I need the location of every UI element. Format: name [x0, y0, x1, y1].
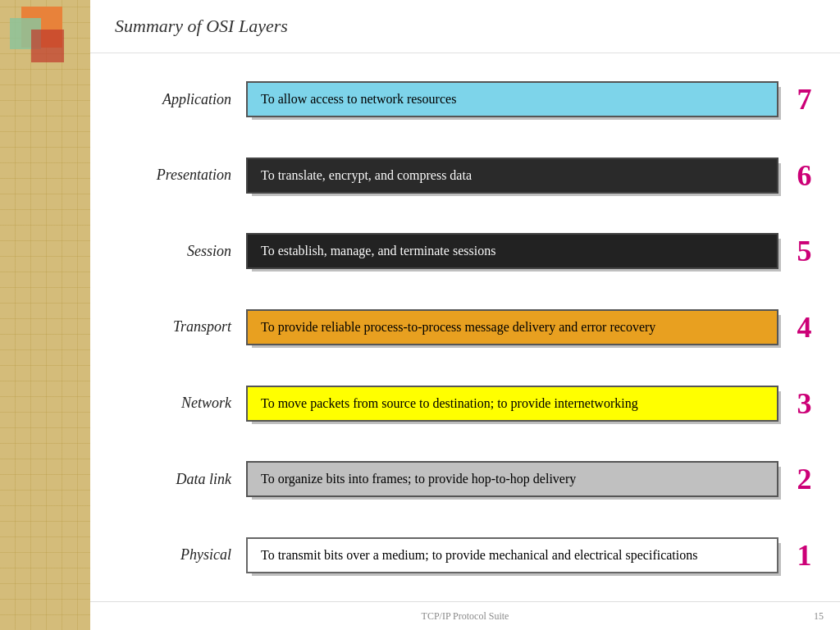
osi-row: Data linkTo organize bits into frames; t… — [107, 461, 824, 497]
layer-box-presentation: To translate, encrypt, and compress data — [246, 158, 778, 194]
osi-layers-content: ApplicationTo allow access to network re… — [90, 53, 840, 601]
layer-label-session: Session — [107, 243, 246, 260]
page-title: Summary of OSI Layers — [115, 16, 288, 37]
osi-row: PresentationTo translate, encrypt, and c… — [107, 158, 824, 194]
osi-row: ApplicationTo allow access to network re… — [107, 81, 824, 117]
layer-label-data-link: Data link — [107, 471, 246, 488]
layer-label-presentation: Presentation — [107, 167, 246, 184]
layer-box-transport: To provide reliable process-to-process m… — [246, 309, 778, 345]
layer-number-5: 5 — [778, 234, 824, 268]
layer-number-6: 6 — [778, 158, 824, 193]
osi-row: NetworkTo move packets from source to de… — [107, 386, 824, 422]
osi-row: TransportTo provide reliable process-to-… — [107, 309, 824, 345]
layer-box-data-link: To organize bits into frames; to provide… — [246, 461, 778, 497]
layer-number-3: 3 — [778, 386, 824, 421]
layer-number-7: 7 — [778, 82, 824, 116]
layer-number-2: 2 — [778, 462, 824, 496]
footer: TCP/IP Protocol Suite 15 — [90, 601, 840, 630]
layer-box-session: To establish, manage, and terminate sess… — [246, 233, 778, 269]
decorative-squares — [7, 7, 76, 76]
layer-label-network: Network — [107, 395, 246, 412]
title-bar: Summary of OSI Layers — [90, 0, 840, 53]
footer-page-number: 15 — [814, 610, 824, 623]
layer-box-physical: To transmit bits over a medium; to provi… — [246, 537, 778, 573]
layer-number-1: 1 — [778, 538, 824, 573]
layer-label-physical: Physical — [107, 546, 246, 564]
square-dark — [31, 30, 64, 62]
osi-row: PhysicalTo transmit bits over a medium; … — [107, 537, 824, 573]
layer-label-transport: Transport — [107, 318, 246, 336]
layer-label-application: Application — [107, 91, 246, 108]
osi-row: SessionTo establish, manage, and termina… — [107, 233, 824, 269]
layer-box-application: To allow access to network resources — [246, 81, 778, 117]
left-border — [0, 0, 90, 630]
footer-suite-label: TCP/IP Protocol Suite — [422, 610, 509, 623]
layer-number-4: 4 — [778, 310, 824, 345]
layer-box-network: To move packets from source to destinati… — [246, 386, 778, 422]
